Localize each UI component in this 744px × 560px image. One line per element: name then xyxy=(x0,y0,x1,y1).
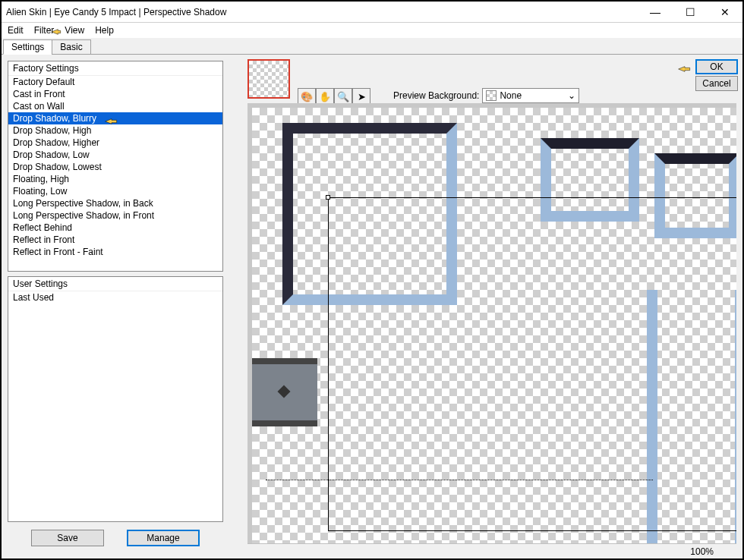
left-pane: Factory Settings Factory DefaultCast in … xyxy=(2,55,229,558)
factory-settings-item[interactable]: Factory Default xyxy=(8,76,222,88)
preview-canvas-wrap xyxy=(247,103,736,543)
factory-settings-item[interactable]: Drop Shadow, Lowest xyxy=(8,161,222,173)
ok-button[interactable]: OK xyxy=(695,59,738,74)
menu-filter[interactable]: Filter xyxy=(34,25,55,36)
preview-background-dropdown[interactable]: None ⌄ xyxy=(482,88,579,103)
arrow-tool[interactable]: ➤ xyxy=(352,88,370,105)
preview-canvas[interactable] xyxy=(252,108,736,543)
tab-basic[interactable]: Basic xyxy=(52,39,90,55)
button-row: Save Manage xyxy=(8,527,223,552)
titlebar: Alien Skin | Eye Candy 5 Impact | Perspe… xyxy=(2,2,742,23)
pointer-hand-icon xyxy=(676,61,693,77)
minimize-button[interactable]: — xyxy=(638,2,673,23)
factory-settings-item[interactable]: Drop Shadow, Blurry xyxy=(8,112,222,124)
preview-background-control: Preview Background: None ⌄ xyxy=(393,88,579,103)
user-settings-item[interactable]: Last Used xyxy=(8,291,222,304)
preview-background-label: Preview Background: xyxy=(393,90,479,101)
window-controls: — ☐ ✕ xyxy=(638,2,742,23)
transparency-swatch-icon xyxy=(486,90,497,101)
manage-button[interactable]: Manage xyxy=(127,530,200,546)
status-bar: 100% xyxy=(247,543,736,558)
tab-settings[interactable]: Settings xyxy=(3,39,52,55)
close-button[interactable]: ✕ xyxy=(708,2,742,23)
factory-settings-list[interactable]: Factory Settings Factory DefaultCast in … xyxy=(8,61,223,272)
menu-help[interactable]: Help xyxy=(95,25,114,36)
factory-settings-item[interactable]: Drop Shadow, Low xyxy=(8,149,222,161)
tab-bar: Settings Basic xyxy=(2,38,742,55)
chevron-down-icon: ⌄ xyxy=(568,90,575,101)
window-title: Alien Skin | Eye Candy 5 Impact | Perspe… xyxy=(6,7,638,17)
save-button[interactable]: Save xyxy=(31,530,104,546)
factory-settings-item[interactable]: Drop Shadow, Higher xyxy=(8,137,222,149)
factory-settings-item[interactable]: Floating, Low xyxy=(8,185,222,197)
tool-buttons: 🎨 ✋ 🔍 ➤ xyxy=(298,88,370,105)
preview-toolbar: 🎨 ✋ 🔍 ➤ Preview Background: None ⌄ xyxy=(229,55,742,99)
hand-tool[interactable]: ✋ xyxy=(316,88,334,105)
factory-settings-item[interactable]: Reflect in Front - Faint xyxy=(8,246,222,258)
menu-edit[interactable]: Edit xyxy=(8,25,24,36)
dialog-buttons: OK Cancel xyxy=(695,59,738,91)
menu-view[interactable]: View xyxy=(65,25,84,36)
factory-settings-item[interactable]: Reflect Behind xyxy=(8,222,222,234)
user-settings-list[interactable]: User Settings Last Used xyxy=(8,276,223,522)
zoom-tool[interactable]: 🔍 xyxy=(334,88,352,105)
selection-box[interactable] xyxy=(328,197,736,531)
cancel-button[interactable]: Cancel xyxy=(695,76,738,91)
factory-settings-item[interactable]: Drop Shadow, High xyxy=(8,124,222,137)
factory-settings-item[interactable]: Floating, High xyxy=(8,173,222,185)
factory-settings-item[interactable]: Reflect in Front xyxy=(8,234,222,246)
maximize-button[interactable]: ☐ xyxy=(673,2,708,23)
color-picker-tool[interactable]: 🎨 xyxy=(298,88,316,105)
selection-handle[interactable] xyxy=(326,195,330,200)
factory-settings-item[interactable]: Long Perspective Shadow, in Front xyxy=(8,209,222,222)
factory-settings-header: Factory Settings xyxy=(8,61,222,76)
right-pane: 🎨 ✋ 🔍 ➤ Preview Background: None ⌄ xyxy=(229,55,742,558)
factory-settings-item[interactable]: Cast in Front xyxy=(8,88,222,100)
zoom-level: 100% xyxy=(690,546,714,557)
guide-line xyxy=(266,480,653,480)
factory-settings-item[interactable]: Cast on Wall xyxy=(8,100,222,112)
preview-thumbnail[interactable] xyxy=(247,59,290,99)
content-area: Factory Settings Factory DefaultCast in … xyxy=(2,55,742,558)
app-window: Alien Skin | Eye Candy 5 Impact | Perspe… xyxy=(0,0,744,560)
preview-background-value: None xyxy=(500,90,522,101)
menubar: Edit Filter View Help xyxy=(2,23,742,38)
user-settings-header: User Settings xyxy=(8,277,222,291)
factory-settings-item[interactable]: Long Perspective Shadow, in Back xyxy=(8,197,222,209)
